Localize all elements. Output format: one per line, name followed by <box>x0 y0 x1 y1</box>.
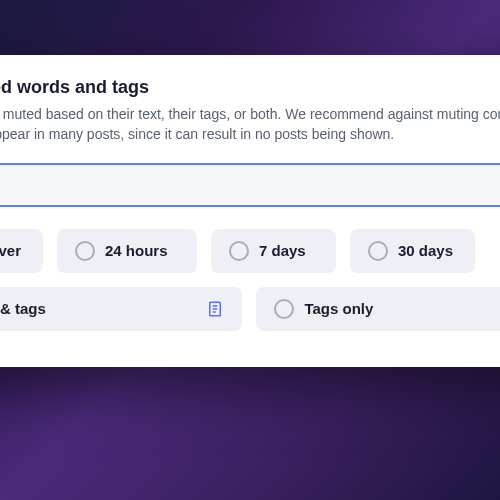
scope-option-tags-only[interactable]: Tags only <box>256 287 500 331</box>
scope-option-text-tags[interactable]: Text & tags <box>0 287 242 331</box>
duration-option-30days[interactable]: 30 days <box>350 229 475 273</box>
modal-description: Posts can be muted based on their text, … <box>0 104 500 145</box>
radio-icon <box>229 241 249 261</box>
scope-label: Tags only <box>304 300 373 317</box>
duration-label: 7 days <box>259 242 306 259</box>
duration-option-24hours[interactable]: 24 hours <box>57 229 197 273</box>
scope-row: Text & tags Tags only <box>0 287 500 331</box>
radio-icon <box>274 299 294 319</box>
modal-title: Add muted words and tags <box>0 77 500 98</box>
radio-icon <box>368 241 388 261</box>
radio-icon <box>75 241 95 261</box>
scope-label: Text & tags <box>0 300 46 317</box>
duration-row: Forever 24 hours 7 days 30 days <box>0 229 500 273</box>
duration-option-7days[interactable]: 7 days <box>211 229 336 273</box>
document-icon <box>206 300 224 318</box>
duration-option-forever[interactable]: Forever <box>0 229 43 273</box>
duration-label: Forever <box>0 242 21 259</box>
duration-label: 30 days <box>398 242 453 259</box>
mute-words-modal: Add muted words and tags Posts can be mu… <box>0 55 500 367</box>
mute-word-input[interactable] <box>0 163 500 207</box>
duration-label: 24 hours <box>105 242 168 259</box>
